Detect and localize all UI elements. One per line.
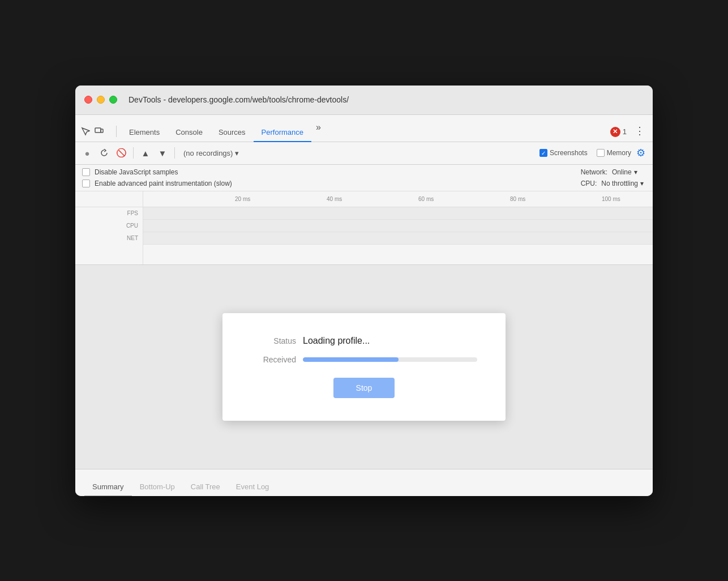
window-title: DevTools - developers.google.com/web/too… xyxy=(129,95,349,104)
main-content: Status Loading profile... Received Stop xyxy=(75,265,653,469)
reload-button[interactable] xyxy=(97,146,112,160)
recording-select[interactable]: (no recordings) ▾ xyxy=(179,147,243,159)
timeline-label-spacer xyxy=(75,191,143,207)
cpu-setting-value: No throttling xyxy=(601,180,638,187)
recording-select-label: (no recordings) xyxy=(183,149,233,157)
network-setting-label: Network: xyxy=(581,168,607,176)
more-menu-button[interactable]: ⋮ xyxy=(631,125,648,137)
error-circle-icon: ✕ xyxy=(610,127,620,137)
cpu-setting-arrow[interactable]: ▾ xyxy=(640,180,644,187)
tick-100: 100 ms xyxy=(602,196,620,202)
minimize-button[interactable] xyxy=(97,96,105,104)
memory-label: Memory xyxy=(607,149,631,157)
received-row: Received xyxy=(251,355,477,364)
tab-sources[interactable]: Sources xyxy=(211,123,254,142)
loading-dialog: Status Loading profile... Received Stop xyxy=(222,313,506,421)
enable-paint-label: Enable advanced paint instrumentation (s… xyxy=(95,180,232,187)
cpu-label: CPU xyxy=(75,220,143,232)
settings-right: Network: Online ▾ CPU: No throttling ▾ xyxy=(581,168,644,187)
close-button[interactable] xyxy=(84,96,92,104)
settings-gear-button[interactable]: ⚙ xyxy=(633,146,648,160)
received-label: Received xyxy=(251,355,296,364)
clear-button[interactable]: 🚫 xyxy=(114,146,129,160)
status-label: Status xyxy=(251,336,296,345)
net-track xyxy=(143,232,653,245)
cpu-track xyxy=(143,220,653,232)
recording-select-arrow: ▾ xyxy=(235,149,239,157)
tab-divider xyxy=(116,126,117,137)
screenshots-checkbox[interactable]: ✓ xyxy=(539,149,547,157)
timeline-area: FPS CPU NET 20 ms 40 ms 60 ms 80 ms 100 … xyxy=(75,191,653,265)
disable-js-samples-label: Disable JavaScript samples xyxy=(95,168,178,176)
network-setting-value: Online xyxy=(612,168,632,176)
svg-rect-0 xyxy=(95,128,101,133)
tab-console[interactable]: Console xyxy=(168,123,211,142)
tab-summary[interactable]: Summary xyxy=(84,478,132,496)
tab-bottom-up[interactable]: Bottom-Up xyxy=(132,478,183,496)
traffic-lights xyxy=(84,96,117,104)
bottom-tabs: Summary Bottom-Up Call Tree Event Log xyxy=(75,469,653,496)
tab-elements[interactable]: Elements xyxy=(121,123,168,142)
tick-80: 80 ms xyxy=(510,196,525,202)
settings-row: Disable JavaScript samples Enable advanc… xyxy=(75,165,653,191)
enable-paint-row: Enable advanced paint instrumentation (s… xyxy=(82,180,581,187)
error-badge: ✕ 1 xyxy=(610,127,627,137)
memory-checkbox[interactable] xyxy=(597,149,605,157)
tab-performance[interactable]: Performance xyxy=(254,123,311,142)
net-label: NET xyxy=(75,232,143,245)
tab-event-log[interactable]: Event Log xyxy=(228,478,277,496)
tick-row: 20 ms 40 ms 60 ms 80 ms 100 ms xyxy=(143,191,653,207)
tab-bar: Elements Console Sources Performance » ✕… xyxy=(75,115,653,142)
settings-left: Disable JavaScript samples Enable advanc… xyxy=(82,168,581,187)
timeline-container: FPS CPU NET 20 ms 40 ms 60 ms 80 ms 100 … xyxy=(75,191,653,264)
disable-js-samples-row: Disable JavaScript samples xyxy=(82,168,581,176)
network-setting: Network: Online ▾ xyxy=(581,168,637,176)
inspect-icon[interactable] xyxy=(80,126,91,137)
devtools-window: DevTools - developers.google.com/web/too… xyxy=(75,86,653,496)
status-row: Status Loading profile... xyxy=(251,336,477,346)
record-button[interactable]: ● xyxy=(80,146,95,160)
title-bar: DevTools - developers.google.com/web/too… xyxy=(75,86,653,115)
timeline-right: 20 ms 40 ms 60 ms 80 ms 100 ms xyxy=(143,191,653,264)
fps-track xyxy=(143,207,653,220)
screenshots-label: Screenshots xyxy=(550,149,588,157)
timeline-labels: FPS CPU NET xyxy=(75,191,143,264)
toolbar-divider-1 xyxy=(133,147,134,159)
device-toolbar-icon[interactable] xyxy=(93,126,105,137)
maximize-button[interactable] xyxy=(109,96,117,104)
tick-20: 20 ms xyxy=(235,196,250,202)
status-value: Loading profile... xyxy=(303,336,370,346)
memory-toggle[interactable]: Memory xyxy=(597,149,631,157)
tab-call-tree[interactable]: Call Tree xyxy=(183,478,228,496)
tick-60: 60 ms xyxy=(418,196,434,202)
screenshots-toggle[interactable]: ✓ Screenshots xyxy=(539,149,588,157)
disable-js-samples-checkbox[interactable] xyxy=(82,168,90,176)
tab-bar-icons xyxy=(80,126,105,137)
svg-rect-1 xyxy=(101,129,103,133)
track-labels: FPS CPU NET xyxy=(75,207,143,245)
enable-paint-checkbox[interactable] xyxy=(82,180,90,187)
network-setting-arrow[interactable]: ▾ xyxy=(634,168,637,176)
stop-button[interactable]: Stop xyxy=(333,378,395,398)
download-button[interactable]: ▼ xyxy=(155,146,170,160)
tick-40: 40 ms xyxy=(327,196,342,202)
more-tabs-button[interactable]: » xyxy=(311,118,326,137)
cpu-setting-label: CPU: xyxy=(581,180,597,187)
error-count: 1 xyxy=(623,127,627,136)
progress-bar-container xyxy=(303,357,477,362)
performance-toolbar: ● 🚫 ▲ ▼ (no recordings) ▾ ✓ Screenshots … xyxy=(75,142,653,165)
upload-button[interactable]: ▲ xyxy=(138,146,153,160)
cpu-setting: CPU: No throttling ▾ xyxy=(581,180,644,187)
toolbar-divider-2 xyxy=(174,147,175,159)
progress-bar-fill xyxy=(303,357,399,362)
fps-label: FPS xyxy=(75,207,143,220)
